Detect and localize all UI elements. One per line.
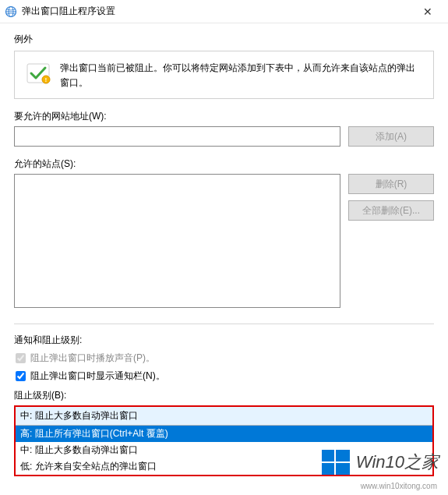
allowed-sites-listbox[interactable] xyxy=(14,174,340,308)
svg-text:!: ! xyxy=(45,77,47,83)
infobar-checkbox[interactable] xyxy=(16,371,26,381)
remove-button[interactable]: 删除(R) xyxy=(348,174,434,194)
sound-checkbox-label: 阻止弹出窗口时播放声音(P)。 xyxy=(30,352,155,365)
sound-checkbox-row: 阻止弹出窗口时播放声音(P)。 xyxy=(16,352,434,365)
dropdown-option-medium[interactable]: 中: 阻止大多数自动弹出窗口 xyxy=(16,442,432,458)
sound-checkbox xyxy=(16,353,26,363)
address-input[interactable] xyxy=(14,126,340,147)
globe-icon xyxy=(5,5,17,18)
titlebar: 弹出窗口阻止程序设置 ✕ xyxy=(0,0,448,23)
dialog-content: 例外 ! 弹出窗口当前已被阻止。你可以将特定网站添加到下表中，从而允许来自该站点… xyxy=(0,23,448,476)
info-text: 弹出窗口当前已被阻止。你可以将特定网站添加到下表中，从而允许来自该站点的弹出窗口… xyxy=(60,59,424,90)
address-label: 要允许的网站地址(W): xyxy=(14,110,434,123)
dropdown-option-low[interactable]: 低: 允许来自安全站点的弹出窗口 xyxy=(16,458,432,475)
block-level-dropdown[interactable]: 中: 阻止大多数自动弹出窗口 高: 阻止所有弹出窗口(Ctrl+Alt 覆盖) … xyxy=(14,405,434,476)
dropdown-list: 高: 阻止所有弹出窗口(Ctrl+Alt 覆盖) 中: 阻止大多数自动弹出窗口 … xyxy=(16,426,432,475)
add-button[interactable]: 添加(A) xyxy=(348,126,434,147)
allowed-sites-label: 允许的站点(S): xyxy=(14,157,434,171)
close-button[interactable]: ✕ xyxy=(412,1,443,23)
notifications-heading: 通知和阻止级别: xyxy=(14,334,434,347)
remove-all-button[interactable]: 全部删除(E)... xyxy=(348,200,434,221)
check-shield-icon: ! xyxy=(24,59,52,87)
infobar-checkbox-label: 阻止弹出窗口时显示通知栏(N)。 xyxy=(30,369,165,383)
exceptions-heading: 例外 xyxy=(14,33,434,46)
section-divider xyxy=(14,324,434,324)
close-icon: ✕ xyxy=(423,5,432,18)
dropdown-option-high[interactable]: 高: 阻止所有弹出窗口(Ctrl+Alt 覆盖) xyxy=(16,426,432,442)
infobar-checkbox-row[interactable]: 阻止弹出窗口时显示通知栏(N)。 xyxy=(16,369,434,383)
info-box: ! 弹出窗口当前已被阻止。你可以将特定网站添加到下表中，从而允许来自该站点的弹出… xyxy=(14,51,434,99)
window-title: 弹出窗口阻止程序设置 xyxy=(22,5,412,18)
watermark-url: www.win10xitong.com xyxy=(361,482,437,490)
dropdown-selected[interactable]: 中: 阻止大多数自动弹出窗口 xyxy=(16,407,432,426)
block-level-label: 阻止级别(B): xyxy=(14,389,434,402)
